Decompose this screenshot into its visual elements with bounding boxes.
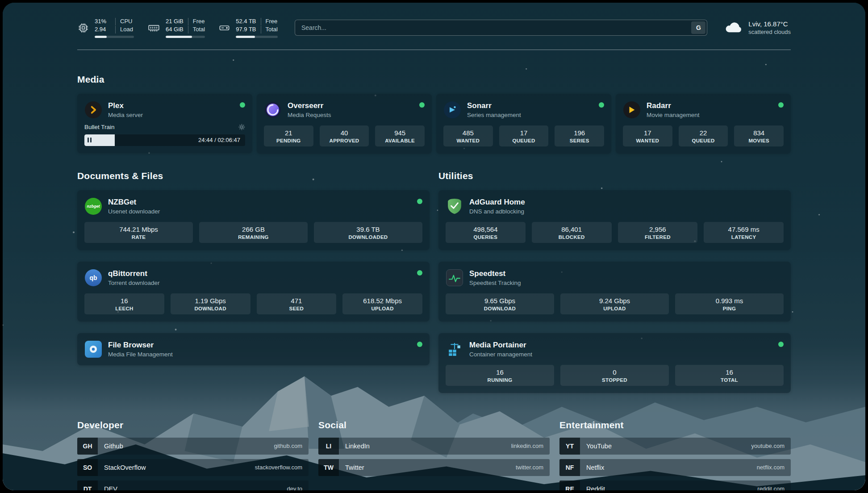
bookmark-group-developer: DeveloperGHGithubgithub.comSOStackOverfl…: [77, 420, 309, 490]
weather-widget[interactable]: Lviv, 16.87°C scattered clouds: [724, 20, 791, 36]
service-description: Torrent downloader: [108, 280, 160, 286]
resource-value: 97.9 TB: [236, 26, 260, 33]
radarr-icon: [623, 101, 641, 119]
stat-box: 16TOTAL: [675, 365, 784, 386]
stat-box: 834MOVIES: [734, 125, 784, 146]
bookmark-reddit[interactable]: RERedditreddit.com: [559, 480, 791, 490]
stat-label: DOWNLOAD: [447, 306, 552, 311]
stat-box: 17QUEUED: [499, 125, 549, 146]
status-dot: [240, 102, 245, 108]
service-card-qbittorrent[interactable]: qbqBittorrentTorrent downloader16LEECH1.…: [77, 262, 430, 322]
stat-value: 196: [556, 129, 602, 137]
stat-box: 485WANTED: [443, 125, 493, 146]
bookmark-url: dev.to: [287, 485, 309, 490]
stat-label: DOWNLOADED: [316, 234, 421, 240]
resource-label: Free: [188, 18, 205, 25]
bookmark-url: github.com: [274, 443, 309, 449]
bookmark-name: Github: [98, 443, 123, 450]
bookmark-name: DEV: [98, 485, 117, 490]
bookmark-url: youtube.com: [751, 443, 791, 449]
search-provider-button[interactable]: G: [691, 21, 705, 34]
status-dot: [778, 342, 784, 347]
resource-value: 31%: [95, 18, 115, 25]
bookmark-name: Reddit: [580, 485, 605, 490]
resource-value: 52.4 TB: [236, 18, 260, 25]
bookmark-name: Netflix: [580, 464, 604, 471]
bookmark-github[interactable]: GHGithubgithub.com: [77, 438, 309, 455]
stat-box: 618.52 MbpsUPLOAD: [342, 293, 422, 314]
bookmark-name: StackOverflow: [98, 464, 146, 471]
resource-usage-fill: [95, 36, 107, 38]
search-input[interactable]: [295, 20, 707, 36]
stat-box: 9.24 GbpsUPLOAD: [560, 293, 669, 314]
status-dot: [417, 342, 422, 347]
bookmark-name: YouTube: [580, 443, 612, 450]
bookmark-stackoverflow[interactable]: SOStackOverflowstackoverflow.com: [77, 459, 309, 476]
service-card-header: Media PortainerContainer management: [446, 340, 784, 358]
service-stats: 498,564QUERIES86,401BLOCKED2,956FILTERED…: [446, 222, 784, 243]
bookmark-abbr: TW: [318, 459, 339, 476]
bookmark-youtube[interactable]: YTYouTubeyoutube.com: [559, 438, 791, 455]
stat-value: 2,956: [620, 226, 696, 233]
portainer-icon: [446, 340, 463, 358]
now-playing-widget: Bullet Train24:44 / 02:06:47: [84, 124, 245, 146]
service-card-nzbget[interactable]: nzbgetNZBGetUsenet downloader744.21 Mbps…: [77, 190, 430, 250]
stat-value: 744.21 Mbps: [86, 226, 191, 233]
service-card-plex[interactable]: PlexMedia serverBullet Train24:44 / 02:0…: [77, 94, 252, 153]
stat-value: 834: [736, 129, 782, 137]
bookmark-abbr: DT: [77, 480, 98, 490]
service-card-speedtest[interactable]: SpeedtestSpeedtest Tracking9.65 GbpsDOWN…: [438, 262, 791, 322]
stat-label: SEED: [259, 306, 335, 311]
playback-time: 24:44 / 02:06:47: [198, 134, 240, 146]
status-dot: [778, 102, 784, 108]
bookmark-dev[interactable]: DTDEVdev.to: [77, 480, 309, 490]
cloud-icon: [724, 20, 743, 36]
service-card-radarr[interactable]: RadarrMovie management17WANTED22QUEUED83…: [616, 94, 791, 154]
section-title-media: Media: [77, 74, 791, 85]
service-name: Plex: [108, 101, 143, 110]
service-card-overseerr[interactable]: OverseerrMedia Requests21PENDING40APPROV…: [257, 94, 432, 154]
stat-box: 471SEED: [257, 293, 337, 314]
bookmark-group-title: Developer: [77, 420, 309, 430]
status-dot: [417, 270, 422, 276]
bookmark-abbr: RE: [559, 480, 580, 490]
weather-condition: scattered clouds: [748, 29, 791, 35]
stat-value: 21: [266, 129, 312, 137]
bookmark-group-title: Entertainment: [559, 420, 791, 430]
stat-value: 1.19 Gbps: [172, 297, 249, 305]
bookmark-url: stackoverflow.com: [255, 464, 309, 471]
service-description: Media Requests: [288, 112, 331, 118]
stat-box: 22QUEUED: [679, 125, 728, 146]
resource-label: Total: [188, 26, 205, 33]
service-card-adguard-home[interactable]: AdGuard HomeDNS and adblocking498,564QUE…: [438, 190, 791, 250]
service-description: Series management: [467, 112, 521, 118]
bookmark-netflix[interactable]: NFNetflixnetflix.com: [559, 459, 791, 476]
resource-label: Total: [261, 26, 278, 33]
stat-box: 945AVAILABLE: [375, 125, 425, 146]
bookmarks-area: DeveloperGHGithubgithub.comSOStackOverfl…: [77, 420, 791, 490]
now-playing-title: Bullet Train: [84, 124, 115, 130]
resource-usage-bar: [236, 36, 278, 38]
bookmark-linkedin[interactable]: LILinkedInlinkedin.com: [318, 438, 550, 455]
resource-label: CPU: [115, 18, 133, 25]
stat-label: BLOCKED: [534, 234, 610, 240]
service-card-file-browser[interactable]: File BrowserMedia File Management: [77, 333, 430, 365]
media-grid: PlexMedia serverBullet Train24:44 / 02:0…: [77, 94, 791, 154]
status-dot: [417, 199, 422, 204]
service-card-header: nzbgetNZBGetUsenet downloader: [84, 197, 422, 215]
resource-module: 31%CPU2.94Load: [77, 18, 134, 38]
stat-box: 9.65 GbpsDOWNLOAD: [446, 293, 554, 314]
service-card-header: SonarrSeries management: [443, 101, 604, 119]
service-card-media-portainer[interactable]: Media PortainerContainer management16RUN…: [438, 333, 791, 393]
resource-value: 21 GiB: [166, 18, 188, 25]
bookmark-twitter[interactable]: TWTwittertwitter.com: [318, 459, 550, 476]
status-dot: [419, 102, 425, 108]
service-card-header: OverseerrMedia Requests: [264, 101, 425, 119]
service-card-header: RadarrMovie management: [623, 101, 784, 119]
resource-usage-bar: [166, 36, 205, 38]
service-card-sonarr[interactable]: SonarrSeries management485WANTED17QUEUED…: [436, 94, 611, 154]
bookmark-group-entertainment: EntertainmentYTYouTubeyoutube.comNFNetfl…: [559, 420, 791, 490]
section-title-utilities: Utilities: [438, 171, 791, 181]
documents-stack: nzbgetNZBGetUsenet downloader744.21 Mbps…: [77, 190, 430, 365]
resource-value: 2.94: [95, 26, 115, 33]
